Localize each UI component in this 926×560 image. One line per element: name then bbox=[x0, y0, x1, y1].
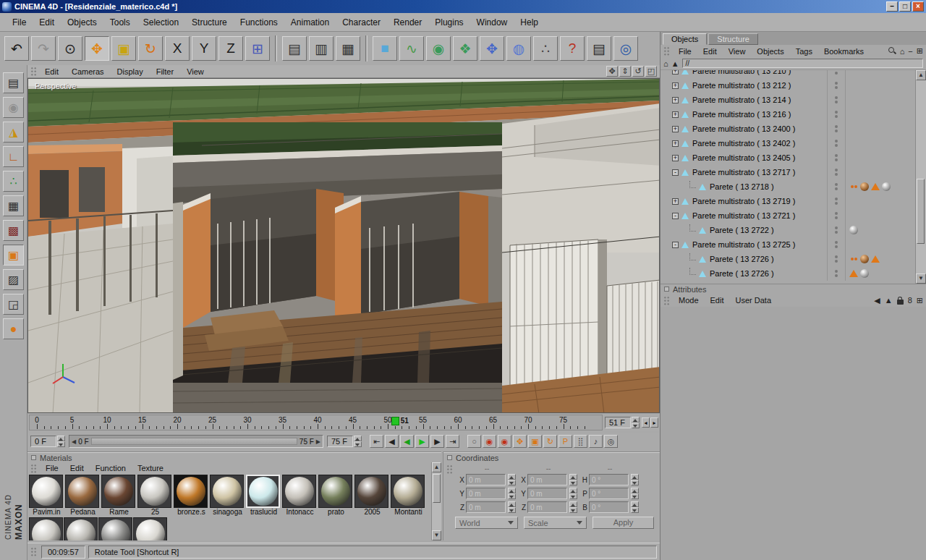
visibility-dot-icon[interactable] bbox=[835, 226, 838, 229]
viewport-menu-edit[interactable]: Edit bbox=[38, 67, 65, 77]
coordinate-field[interactable]: 0 m bbox=[527, 488, 567, 499]
om-menu-bookmarks[interactable]: Bookmarks bbox=[818, 46, 870, 56]
content-browser-icon[interactable]: ▤ bbox=[587, 36, 611, 61]
frame-tick[interactable] bbox=[577, 426, 578, 429]
frame-tick[interactable] bbox=[388, 424, 388, 429]
object-tree-item[interactable]: +Parete multistrato ( 13 212 ) bbox=[660, 78, 915, 93]
key-parameter-button[interactable]: P bbox=[558, 435, 572, 448]
solo-mode-button[interactable]: ◎ bbox=[604, 435, 618, 448]
spinner-up-icon[interactable] bbox=[508, 501, 516, 507]
object-tree-item[interactable]: Parete ( 13 2726 ) bbox=[660, 252, 915, 266]
spinner-up-icon[interactable] bbox=[631, 501, 639, 507]
preview-range-slider[interactable]: ◀0 F75 F▶ bbox=[69, 435, 323, 448]
spinner[interactable] bbox=[569, 474, 577, 485]
frame-tick[interactable] bbox=[100, 426, 101, 429]
snap-settings-icon[interactable]: ▨ bbox=[3, 269, 24, 290]
visibility-dot-icon[interactable] bbox=[835, 231, 838, 234]
frame-tick[interactable] bbox=[409, 426, 409, 429]
spinner-down-icon[interactable] bbox=[508, 507, 516, 513]
collapse-icon[interactable]: - bbox=[672, 213, 679, 219]
object-tree-scrollbar[interactable]: ▲ ▼ bbox=[915, 70, 926, 284]
camera-zoom-icon[interactable]: ⇕ bbox=[619, 66, 631, 77]
visibility-dot-icon[interactable] bbox=[835, 101, 838, 103]
material-thumbnail[interactable] bbox=[174, 475, 208, 508]
next-frame-button[interactable]: ▶ bbox=[430, 435, 444, 448]
visibility-toggles[interactable] bbox=[827, 136, 846, 150]
frame-tick[interactable] bbox=[514, 426, 515, 429]
spinner[interactable] bbox=[569, 501, 577, 513]
key-position-button[interactable]: ✥ bbox=[513, 435, 527, 448]
om-menu-objects[interactable]: Objects bbox=[751, 46, 789, 56]
frame-tick[interactable] bbox=[156, 426, 157, 429]
spinner-up-icon[interactable] bbox=[57, 436, 65, 441]
coordinate-field[interactable]: 0 ° bbox=[589, 501, 629, 513]
visibility-toggles[interactable] bbox=[827, 150, 846, 165]
sphere-brown-tag-icon[interactable] bbox=[860, 255, 869, 263]
frame-tick[interactable] bbox=[226, 426, 227, 429]
material-item[interactable]: traslucid bbox=[246, 475, 281, 517]
restore-button[interactable]: □ bbox=[899, 1, 911, 12]
visibility-dot-icon[interactable] bbox=[835, 255, 838, 258]
visibility-dot-icon[interactable] bbox=[835, 202, 838, 205]
frame-tick[interactable] bbox=[304, 426, 305, 429]
panel-collapse-icon[interactable] bbox=[31, 455, 36, 460]
spinner[interactable] bbox=[508, 488, 516, 499]
frame-tick[interactable] bbox=[395, 426, 396, 429]
object-tree-item[interactable]: -Parete multistrato ( 13 2717 ) bbox=[660, 165, 915, 179]
camera-rotate-icon[interactable]: ↺ bbox=[632, 66, 644, 77]
drag-grip-icon[interactable] bbox=[663, 46, 670, 56]
close-button[interactable]: × bbox=[912, 1, 924, 12]
goto-start-button[interactable]: ⇤ bbox=[370, 435, 383, 448]
drag-grip-icon[interactable] bbox=[663, 296, 670, 305]
frame-tick[interactable] bbox=[458, 424, 459, 429]
frame-tick[interactable] bbox=[184, 426, 185, 429]
frame-tick[interactable] bbox=[297, 426, 297, 429]
viewport-menu-view[interactable]: View bbox=[180, 67, 211, 77]
frame-tick[interactable] bbox=[451, 426, 451, 429]
frame-tick[interactable] bbox=[135, 426, 136, 429]
frame-tick[interactable] bbox=[205, 426, 206, 429]
path-field[interactable]: // bbox=[682, 59, 923, 68]
frame-tick[interactable] bbox=[472, 426, 472, 429]
expand-icon[interactable]: + bbox=[672, 140, 679, 147]
coordinates-panel-header[interactable]: Coordinates bbox=[443, 452, 660, 462]
frame-tick[interactable] bbox=[493, 424, 494, 429]
visibility-toggles[interactable] bbox=[827, 266, 846, 281]
visibility-dot-icon[interactable] bbox=[835, 274, 838, 277]
menubar-item-animation[interactable]: Animation bbox=[284, 14, 336, 30]
material-thumbnail[interactable] bbox=[98, 517, 132, 540]
frame-tick[interactable] bbox=[535, 426, 536, 429]
spinner-down-icon[interactable] bbox=[631, 480, 639, 485]
frame-tick[interactable] bbox=[437, 426, 438, 429]
frame-tick[interactable] bbox=[556, 426, 557, 429]
scroll-down-icon[interactable]: ▼ bbox=[916, 273, 926, 284]
frame-tick[interactable] bbox=[234, 426, 234, 429]
spinner-down-icon[interactable] bbox=[508, 493, 516, 499]
make-editable-icon[interactable]: ▤ bbox=[3, 72, 24, 93]
help-icon[interactable]: ? bbox=[560, 36, 585, 61]
frame-tick[interactable] bbox=[289, 426, 290, 429]
add-spline-icon[interactable]: ∿ bbox=[399, 36, 424, 61]
spinner-down-icon[interactable] bbox=[57, 441, 65, 447]
material-item[interactable]: Rame bbox=[101, 475, 137, 517]
material-item[interactable]: 25 bbox=[137, 475, 173, 517]
visibility-toggles[interactable] bbox=[827, 208, 846, 223]
autokeying-button[interactable]: ◉ bbox=[498, 435, 511, 448]
expand-icon[interactable]: + bbox=[672, 97, 679, 103]
material-thumbnail[interactable] bbox=[29, 517, 63, 540]
visibility-dot-icon[interactable] bbox=[835, 158, 838, 161]
frame-tick[interactable] bbox=[402, 426, 402, 429]
triangle-orange-tag-icon[interactable] bbox=[871, 255, 880, 263]
visibility-dot-icon[interactable] bbox=[835, 270, 838, 273]
frame-tick[interactable] bbox=[318, 424, 318, 429]
scroll-left-icon[interactable]: ◂ bbox=[642, 417, 650, 428]
frame-tick[interactable] bbox=[353, 424, 354, 429]
frame-tick[interactable] bbox=[128, 426, 129, 429]
view-toggle-icon[interactable]: ◰ bbox=[645, 66, 657, 77]
move-tool-icon[interactable]: ✥ bbox=[85, 36, 109, 61]
add-modeling-object-icon[interactable]: ❖ bbox=[453, 36, 477, 61]
frame-tick[interactable] bbox=[521, 426, 522, 429]
frame-tick[interactable] bbox=[564, 424, 564, 429]
coordinate-field[interactable]: 0 m bbox=[466, 488, 506, 499]
home-icon[interactable]: ⌂ bbox=[663, 59, 668, 68]
